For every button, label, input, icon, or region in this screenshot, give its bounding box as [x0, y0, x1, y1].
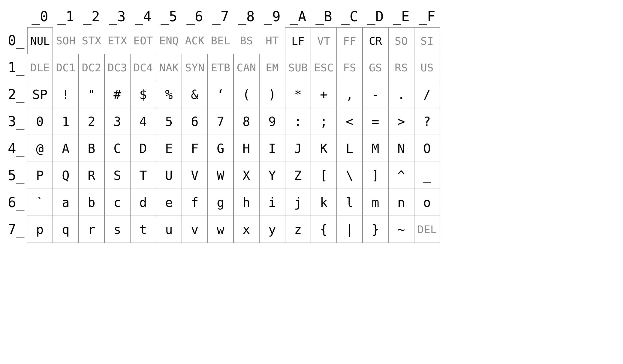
cell-74: t [130, 216, 156, 243]
col-header-3: _3 [104, 6, 130, 27]
cell-10: DLE [27, 54, 53, 81]
cell-43: C [104, 135, 130, 162]
cell-36: 6 [182, 108, 208, 135]
cell-28: ( [233, 81, 259, 108]
col-header-5: _5 [156, 6, 182, 27]
cell-1F: US [414, 54, 440, 81]
cell-68: h [233, 189, 259, 216]
row-header-3: 3_ [6, 108, 27, 135]
cell-13: DC3 [104, 54, 130, 81]
cell-65: e [156, 189, 182, 216]
cell-19: EM [259, 54, 285, 81]
col-header-6: _6 [182, 6, 208, 27]
cell-51: Q [53, 162, 79, 189]
cell-61: a [53, 189, 79, 216]
cell-4A: J [285, 135, 311, 162]
cell-7A: z [285, 216, 311, 243]
cell-30: 0 [27, 108, 53, 135]
cell-33: 3 [104, 108, 130, 135]
cell-45: E [156, 135, 182, 162]
cell-6D: m [363, 189, 388, 216]
cell-08: BS [233, 27, 259, 54]
cell-64: d [130, 189, 156, 216]
cell-46: F [182, 135, 208, 162]
cell-57: W [208, 162, 233, 189]
cell-5B: [ [311, 162, 337, 189]
cell-38: 8 [233, 108, 259, 135]
cell-3B: ; [311, 108, 337, 135]
cell-2F: / [414, 81, 440, 108]
cell-0A: LF [285, 27, 311, 54]
cell-7C: | [337, 216, 363, 243]
cell-01: SOH [53, 27, 79, 54]
cell-79: y [259, 216, 285, 243]
cell-24: $ [130, 81, 156, 108]
col-header-D: _D [363, 6, 388, 27]
cell-2A: * [285, 81, 311, 108]
col-header-8: _8 [233, 6, 259, 27]
cell-55: U [156, 162, 182, 189]
cell-09: HT [259, 27, 285, 54]
cell-00: NUL [27, 27, 53, 54]
col-header-1: _1 [53, 6, 79, 27]
col-header-B: _B [311, 6, 337, 27]
cell-60: ` [27, 189, 53, 216]
cell-32: 2 [79, 108, 104, 135]
cell-3A: : [285, 108, 311, 135]
cell-40: @ [27, 135, 53, 162]
cell-1D: GS [363, 54, 388, 81]
col-header-E: _E [388, 6, 414, 27]
row-header-2: 2_ [6, 81, 27, 108]
cell-7D: } [363, 216, 388, 243]
cell-2C: , [337, 81, 363, 108]
cell-02: STX [79, 27, 104, 54]
cell-0B: VT [311, 27, 337, 54]
cell-66: f [182, 189, 208, 216]
corner-blank [6, 6, 27, 27]
cell-25: % [156, 81, 182, 108]
cell-48: H [233, 135, 259, 162]
cell-52: R [79, 162, 104, 189]
cell-7B: { [311, 216, 337, 243]
col-header-0: _0 [27, 6, 53, 27]
cell-0D: CR [363, 27, 388, 54]
cell-2D: - [363, 81, 388, 108]
cell-18: CAN [233, 54, 259, 81]
cell-0C: FF [337, 27, 363, 54]
cell-4D: M [363, 135, 388, 162]
row-header-7: 7_ [6, 216, 27, 243]
cell-2B: + [311, 81, 337, 108]
cell-07: BEL [208, 27, 233, 54]
cell-69: i [259, 189, 285, 216]
cell-11: DC1 [53, 54, 79, 81]
cell-67: g [208, 189, 233, 216]
cell-0F: SI [414, 27, 440, 54]
ascii-table: _0 _1 _2 _3 _4 _5 _6 _7 _8 _9 _A _B _C _… [6, 6, 617, 243]
cell-4B: K [311, 135, 337, 162]
col-header-4: _4 [130, 6, 156, 27]
cell-22: " [79, 81, 104, 108]
cell-63: c [104, 189, 130, 216]
cell-47: G [208, 135, 233, 162]
row-header-5: 5_ [6, 162, 27, 189]
cell-53: S [104, 162, 130, 189]
cell-23: # [104, 81, 130, 108]
cell-35: 5 [156, 108, 182, 135]
cell-6F: o [414, 189, 440, 216]
cell-49: I [259, 135, 285, 162]
cell-5F: _ [414, 162, 440, 189]
cell-03: ETX [104, 27, 130, 54]
cell-76: v [182, 216, 208, 243]
cell-27: ‘ [208, 81, 233, 108]
cell-12: DC2 [79, 54, 104, 81]
col-header-A: _A [285, 6, 311, 27]
cell-29: ) [259, 81, 285, 108]
cell-6E: n [388, 189, 414, 216]
row-header-6: 6_ [6, 189, 27, 216]
cell-54: T [130, 162, 156, 189]
cell-1A: SUB [285, 54, 311, 81]
cell-15: NAK [156, 54, 182, 81]
cell-21: ! [53, 81, 79, 108]
cell-16: SYN [182, 54, 208, 81]
cell-5A: Z [285, 162, 311, 189]
